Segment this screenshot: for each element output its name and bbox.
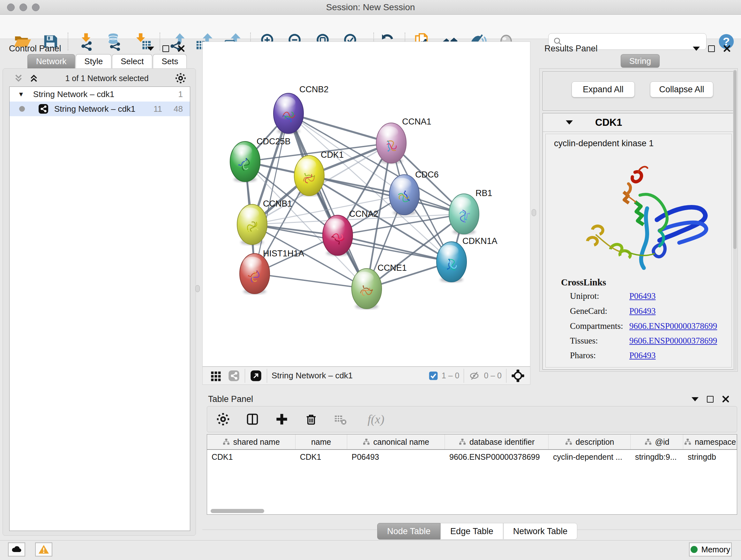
panel-menu-icon[interactable] [147,47,154,51]
table-cell[interactable]: stringdb [683,450,737,464]
memory-button[interactable]: Memory [689,543,732,557]
panel-menu-icon[interactable] [691,397,698,401]
float-panel-icon[interactable] [708,45,715,52]
table-row[interactable]: CDK1CDK1P064939606.ENSP00000378699cyclin… [207,450,737,464]
plus-icon [274,412,289,427]
network-row-selected[interactable]: String Network – cdk1 11 48 [10,102,190,116]
expand-all-button[interactable]: Expand All [571,81,635,98]
close-panel-icon[interactable] [722,395,730,403]
crosslink-uniprot-link[interactable]: P06493 [629,291,656,301]
column-header[interactable]: name [295,435,347,449]
network-canvas[interactable]: CCNB2CCNA1CDC25BCDK1CDC6RB1CCNB1CCNA2CDK… [202,42,530,367]
column-header[interactable]: description [549,435,630,449]
selected-checkbox-icon[interactable] [428,371,439,381]
svg-text:CCNA1: CCNA1 [402,117,431,126]
network-graph[interactable]: CCNB2CCNA1CDC25BCDK1CDC6RB1CCNB1CCNA2CDK… [203,42,530,366]
collapse-all-chevron-icon[interactable] [13,73,24,84]
svg-text:CCNB2: CCNB2 [299,84,329,94]
delete-table-button [332,411,349,428]
control-panel-tabs: Network Style Select Sets [27,54,187,68]
minimize-window-button[interactable] [19,3,27,11]
svg-text:CCNE1: CCNE1 [378,263,407,273]
panel-menu-icon[interactable] [693,47,700,51]
vertical-splitter-handle[interactable] [532,209,536,216]
collapse-all-button[interactable]: Collapse All [650,81,713,98]
vertical-splitter-handle[interactable] [195,285,200,292]
results-panel-header: Results Panel [544,42,735,55]
protein-structure-image [558,152,715,277]
maximize-window-button[interactable] [32,3,40,11]
column-header[interactable]: namespace [683,435,737,449]
close-window-button[interactable] [7,3,15,11]
hidden-eye-icon [468,370,481,382]
crosslink-pharos-link[interactable]: P06493 [629,351,656,361]
column-header[interactable]: canonical name [347,435,445,449]
hidden-count: 0 – 0 [484,371,502,380]
network-view-toolbar: String Network – cdk1 1 – 0 0 – 0 [202,367,530,385]
table-cell[interactable]: CDK1 [207,450,295,464]
tab-select[interactable]: Select [112,54,152,68]
delete-table-icon [333,412,348,427]
collection-count: 1 [179,89,183,99]
table-cell[interactable]: cyclin-dependent ... [549,450,630,464]
results-scrollbar-thumb[interactable] [733,70,737,249]
tab-edge-table[interactable]: Edge Table [441,523,503,540]
grid-view-icon[interactable] [210,369,222,382]
gear-icon[interactable] [175,72,187,84]
float-panel-icon[interactable] [162,45,169,52]
crosslink-compartments-link[interactable]: 9606.ENSP00000378699 [629,321,717,331]
gene-card-header[interactable]: CDK1 [543,113,734,132]
expand-all-chevron-icon[interactable] [28,73,39,84]
network-view-icon[interactable] [227,369,240,382]
expander-icon[interactable]: ▼ [18,91,24,98]
add-column-button[interactable] [273,411,290,428]
tab-string[interactable]: String [621,54,660,68]
table-cell[interactable]: stringdb:9... [630,450,683,464]
svg-text:CCNA2: CCNA2 [349,209,379,219]
svg-text:CDK1: CDK1 [321,150,344,160]
current-network-title: String Network – cdk1 [272,371,353,381]
column-header[interactable]: shared name [207,435,295,449]
table-settings-button[interactable] [215,411,231,428]
crosslink-tissues-link[interactable]: 9606.ENSP00000378699 [629,336,717,346]
tab-style[interactable]: Style [76,54,111,68]
tab-sets[interactable]: Sets [153,54,187,68]
close-panel-icon[interactable] [723,45,731,52]
status-bar: Memory [0,540,741,560]
window-title: Session: New Session [0,0,741,15]
table-cell[interactable]: 9606.ENSP00000378699 [445,450,549,464]
toolbar-divider [506,369,507,383]
table-cell[interactable]: P06493 [347,450,445,464]
close-panel-icon[interactable] [178,45,185,52]
delete-column-button[interactable] [303,411,320,428]
gene-name: CDK1 [595,117,622,128]
show-columns-button[interactable] [244,411,261,428]
tab-node-table[interactable]: Node Table [377,523,441,540]
svg-text:CDKN1A: CDKN1A [462,236,497,246]
detach-view-icon[interactable] [250,369,262,382]
tab-network[interactable]: Network [27,54,75,68]
memory-label: Memory [701,545,730,554]
toolbar-divider [245,369,245,383]
network-selection-bar: 1 of 1 Network selected [3,71,196,85]
toolbar-divider [267,369,267,383]
tab-network-table[interactable]: Network Table [503,523,578,540]
table-hscrollbar-thumb[interactable] [211,509,264,513]
gene-result-card: CDK1 cyclin-dependent kinase 1 CrossLink… [542,113,735,370]
fx-icon: f(x) [367,412,385,426]
network-collection-row[interactable]: ▼ String Network – cdk1 1 [10,87,190,102]
table-cell[interactable]: CDK1 [295,450,347,464]
warnings-button[interactable] [35,543,52,557]
column-header[interactable]: @id [630,435,683,449]
crosslink-label: Pharos: [570,351,596,361]
svg-text:CCNB1: CCNB1 [263,199,292,208]
svg-text:CDC6: CDC6 [415,170,439,179]
float-panel-icon[interactable] [707,396,714,402]
birds-eye-icon[interactable] [511,369,525,383]
crosslink-genecard-link[interactable]: P06493 [629,306,656,316]
crosslinks-title: CrossLinks [561,277,606,288]
trash-icon [304,412,319,427]
cloud-status-button[interactable] [8,543,25,557]
column-header[interactable]: database identifier [445,435,549,449]
collapse-entry-icon[interactable] [566,120,573,125]
